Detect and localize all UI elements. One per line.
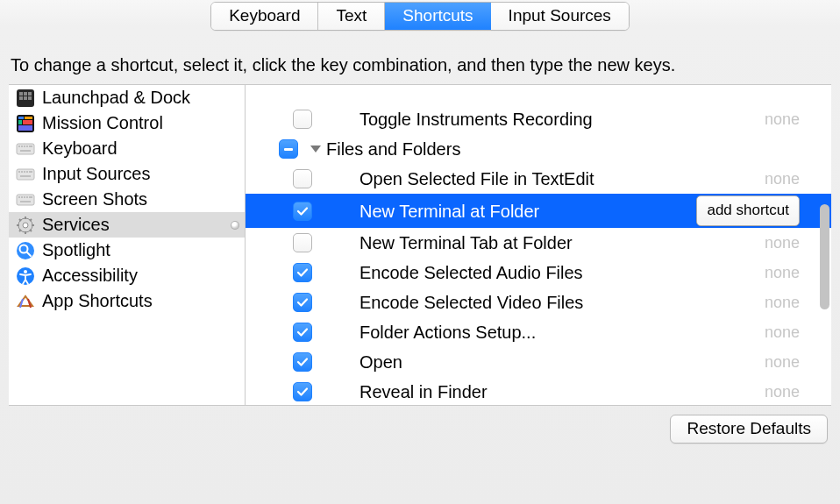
spotlight-icon	[16, 241, 35, 260]
shortcut-value[interactable]: none	[765, 319, 800, 345]
checkbox[interactable]	[293, 382, 312, 401]
svg-rect-20	[17, 169, 34, 180]
svg-rect-14	[18, 146, 20, 147]
svg-rect-21	[18, 171, 20, 173]
service-label: Open	[359, 349, 402, 375]
sidebar-item-accessibility[interactable]: Accessibility	[9, 263, 245, 288]
svg-rect-28	[18, 196, 20, 198]
tab-input-sources[interactable]: Input Sources	[491, 3, 629, 30]
svg-rect-17	[26, 146, 28, 147]
svg-rect-11	[23, 120, 32, 124]
launchpad-icon	[16, 89, 35, 108]
tab-bar: Keyboard Text Shortcuts Input Sources	[0, 0, 840, 31]
checkbox[interactable]	[293, 110, 312, 129]
keyboard-icon	[16, 139, 35, 159]
svg-rect-2	[24, 92, 27, 96]
sidebar-item-mission-control[interactable]: Mission Control	[9, 110, 245, 136]
sidebar-item-app-shortcuts[interactable]: App Shortcuts	[9, 288, 245, 314]
shortcut-detail-list[interactable]: Toggle Instruments Recording none Files …	[246, 85, 831, 405]
svg-rect-4	[19, 96, 23, 100]
svg-rect-26	[20, 175, 31, 177]
list-item[interactable]: Reveal in Finder none	[246, 377, 831, 405]
shortcut-value[interactable]: none	[765, 349, 800, 375]
checkbox[interactable]	[293, 169, 312, 188]
list-item[interactable]: Encode Selected Audio Files none	[246, 258, 831, 287]
svg-point-48	[24, 270, 27, 273]
sidebar-item-label: Keyboard	[42, 138, 117, 159]
scrollbar[interactable]	[817, 85, 831, 405]
svg-line-41	[30, 230, 32, 231]
tab-shortcuts[interactable]: Shortcuts	[385, 3, 490, 30]
service-label: Encode Selected Audio Files	[359, 259, 583, 286]
svg-rect-31	[26, 196, 28, 198]
category-sidebar[interactable]: Launchpad & Dock Mission Control Keyboar…	[9, 85, 246, 405]
sidebar-item-label: App Shortcuts	[42, 291, 153, 311]
checkbox[interactable]	[293, 233, 312, 252]
list-item[interactable]: Open Selected File in TextEdit none	[246, 164, 831, 194]
list-item-selected[interactable]: New Terminal at Folder add shortcut	[246, 194, 831, 228]
svg-rect-30	[24, 196, 25, 198]
shortcut-value[interactable]: none	[765, 259, 800, 286]
sidebar-item-spotlight[interactable]: Spotlight	[9, 238, 245, 263]
tab-text[interactable]: Text	[318, 3, 385, 30]
checkbox[interactable]	[293, 202, 312, 221]
svg-rect-23	[24, 171, 25, 173]
svg-rect-19	[20, 150, 31, 152]
list-item[interactable]: Toggle Instruments Recording none	[246, 104, 831, 134]
svg-rect-27	[17, 195, 34, 205]
svg-rect-3	[28, 92, 32, 96]
list-item[interactable]: Open none	[246, 347, 831, 377]
svg-line-43	[30, 219, 32, 221]
service-label: Reveal in Finder	[359, 379, 488, 405]
svg-point-35	[23, 223, 28, 228]
list-item[interactable]: New Terminal Tab at Folder none	[246, 228, 831, 258]
service-label: Toggle Instruments Recording	[359, 106, 593, 132]
sidebar-item-label: Spotlight	[42, 240, 110, 260]
svg-rect-25	[29, 171, 32, 173]
shortcut-value[interactable]: none	[765, 289, 800, 316]
service-label: New Terminal at Folder	[359, 198, 539, 224]
checkbox[interactable]	[293, 352, 312, 372]
sidebar-item-launchpad-dock[interactable]: Launchpad & Dock	[9, 85, 245, 110]
group-row-files-and-folders[interactable]: Files and Folders	[246, 134, 831, 164]
svg-rect-12	[18, 125, 32, 131]
svg-rect-15	[21, 146, 23, 147]
sidebar-item-services[interactable]: Services	[9, 212, 245, 238]
svg-rect-1	[19, 92, 23, 96]
checkbox[interactable]	[293, 293, 312, 312]
sidebar-item-screen-shots[interactable]: Screen Shots	[9, 187, 245, 212]
sidebar-item-keyboard[interactable]: Keyboard	[9, 136, 245, 161]
svg-rect-33	[20, 201, 31, 202]
drag-handle-icon[interactable]	[231, 221, 239, 230]
gear-icon	[16, 216, 35, 235]
footer: Restore Defaults	[0, 406, 840, 444]
svg-rect-10	[18, 120, 22, 124]
keyboard-icon	[16, 165, 35, 184]
svg-rect-6	[28, 96, 32, 100]
sidebar-item-label: Screen Shots	[42, 189, 147, 209]
mission-control-icon	[16, 114, 35, 133]
add-shortcut-button[interactable]: add shortcut	[696, 195, 800, 226]
checkbox[interactable]	[293, 323, 312, 342]
tab-keyboard[interactable]: Keyboard	[211, 3, 318, 30]
svg-rect-29	[21, 196, 23, 198]
svg-rect-32	[29, 196, 32, 198]
shortcut-value[interactable]: none	[765, 166, 800, 192]
svg-rect-16	[24, 146, 25, 147]
svg-line-40	[19, 219, 21, 221]
shortcut-value[interactable]: none	[765, 230, 800, 256]
sidebar-item-input-sources[interactable]: Input Sources	[9, 161, 245, 187]
checkbox-mixed[interactable]	[279, 139, 298, 159]
disclosure-triangle-icon[interactable]	[310, 146, 321, 153]
shortcut-value[interactable]: none	[765, 106, 800, 132]
list-item[interactable]: Folder Actions Setup... none	[246, 317, 831, 347]
list-item[interactable]: Encode Selected Video Files none	[246, 287, 831, 317]
svg-line-42	[19, 230, 21, 231]
checkbox[interactable]	[293, 263, 312, 282]
shortcut-value[interactable]: none	[765, 379, 800, 405]
svg-rect-8	[18, 117, 24, 119]
instruction-text: To change a shortcut, select it, click t…	[0, 31, 840, 84]
scroll-thumb[interactable]	[820, 204, 829, 309]
service-label: New Terminal Tab at Folder	[359, 230, 573, 256]
restore-defaults-button[interactable]: Restore Defaults	[670, 415, 828, 444]
